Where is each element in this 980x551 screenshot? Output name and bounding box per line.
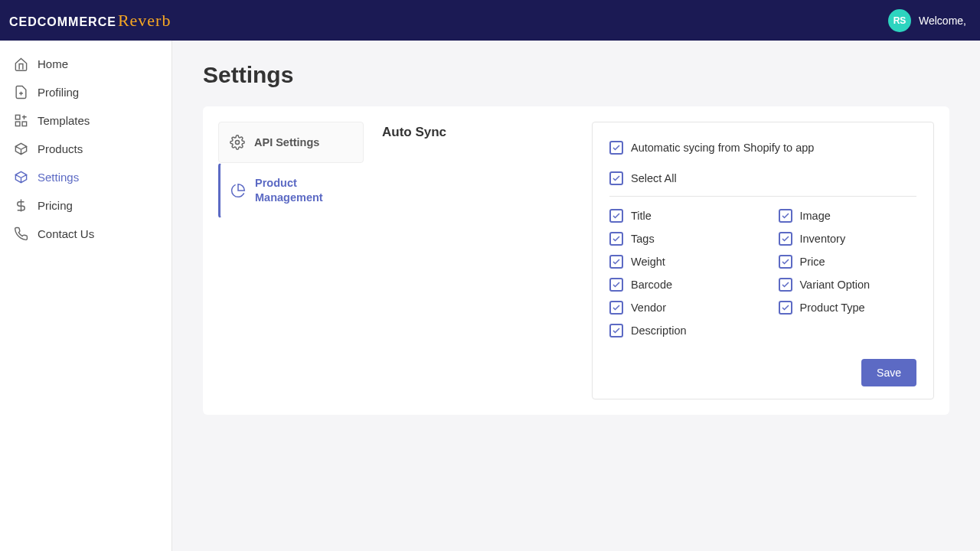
subtab-label: API Settings	[254, 135, 319, 150]
save-button[interactable]: Save	[861, 359, 916, 386]
box-settings-icon	[14, 170, 28, 184]
section-heading-wrap: Auto Sync	[382, 122, 573, 399]
auto-sync-checkbox-row: Automatic sycing from Shopify to app	[609, 136, 916, 159]
check-icon	[781, 257, 790, 266]
welcome-area[interactable]: RS Welcome,	[888, 9, 966, 32]
sidebar-item-label: Profiling	[38, 86, 79, 99]
check-icon	[612, 211, 621, 220]
sidebar-item-label: Home	[38, 57, 68, 70]
field-row-product-type: Product Type	[779, 296, 917, 319]
checkbox-tags[interactable]	[609, 232, 623, 246]
checkbox-variant-option[interactable]	[779, 278, 792, 292]
checkbox-barcode[interactable]	[609, 278, 623, 292]
check-icon	[612, 257, 621, 266]
auto-sync-checkbox[interactable]	[609, 141, 623, 155]
field-label: Image	[800, 210, 831, 222]
check-icon	[612, 143, 621, 152]
logo-text-right: Reverb	[118, 11, 172, 30]
grid-plus-icon	[14, 113, 28, 128]
subtab-product-management[interactable]: Product Management	[218, 163, 364, 218]
options-panel: Automatic sycing from Shopify to app Sel…	[592, 122, 934, 399]
field-label: Title	[631, 210, 652, 222]
avatar[interactable]: RS	[888, 9, 911, 32]
sidebar-item-label: Templates	[38, 114, 90, 127]
field-row-image: Image	[779, 204, 917, 227]
field-label: Variant Option	[800, 279, 871, 291]
subtab-list: API Settings Product Management	[218, 122, 364, 399]
checkbox-description[interactable]	[609, 324, 623, 337]
dollar-icon	[14, 198, 28, 213]
checkbox-inventory[interactable]	[779, 232, 792, 246]
sidebar: Home Profiling Templates Products Settin…	[0, 41, 172, 551]
field-row-variant-option: Variant Option	[779, 273, 917, 296]
main-content: Settings API Settings Product Management…	[172, 41, 980, 551]
field-label: Description	[631, 324, 687, 337]
field-label: Product Type	[800, 302, 865, 314]
check-icon	[612, 234, 621, 243]
svg-point-3	[236, 141, 240, 145]
pie-chart-icon	[230, 183, 246, 198]
field-row-vendor: Vendor	[609, 296, 748, 319]
logo: CEDCOMMERCEReverb	[9, 11, 171, 31]
check-icon	[612, 303, 621, 312]
checkbox-title[interactable]	[609, 209, 623, 223]
sidebar-item-products[interactable]: Products	[0, 135, 172, 163]
sidebar-item-home[interactable]: Home	[0, 50, 172, 78]
subtab-api-settings[interactable]: API Settings	[218, 122, 364, 163]
select-all-label: Select All	[631, 172, 677, 184]
box-icon	[14, 142, 28, 156]
select-all-row: Select All	[609, 167, 916, 190]
sidebar-item-pricing[interactable]: Pricing	[0, 191, 172, 220]
svg-rect-0	[15, 115, 20, 119]
check-icon	[612, 280, 621, 289]
phone-icon	[14, 227, 28, 241]
home-icon	[14, 57, 28, 71]
check-icon	[781, 303, 790, 312]
check-icon	[781, 234, 790, 243]
save-wrap: Save	[609, 359, 916, 386]
auto-sync-label: Automatic sycing from Shopify to app	[631, 142, 814, 154]
field-row-description: Description	[609, 319, 748, 342]
field-grid: Title Tags Weight Barcode Vendor Descrip…	[609, 204, 916, 342]
file-plus-icon	[14, 85, 28, 99]
sidebar-item-contact[interactable]: Contact Us	[0, 220, 172, 248]
field-label: Barcode	[631, 279, 672, 291]
welcome-label: Welcome,	[919, 15, 966, 27]
checkbox-weight[interactable]	[609, 255, 623, 269]
sidebar-item-label: Settings	[38, 171, 79, 184]
field-label: Vendor	[631, 302, 666, 314]
page-title: Settings	[203, 62, 949, 88]
checkbox-vendor[interactable]	[609, 301, 623, 315]
field-label: Inventory	[800, 233, 846, 245]
field-label: Weight	[631, 256, 665, 268]
field-label: Price	[800, 256, 825, 268]
checkbox-price[interactable]	[779, 255, 792, 269]
sidebar-item-profiling[interactable]: Profiling	[0, 78, 172, 106]
field-label: Tags	[631, 233, 655, 245]
sidebar-item-label: Pricing	[38, 199, 73, 212]
gear-icon	[230, 135, 245, 150]
section-heading: Auto Sync	[382, 125, 573, 140]
field-row-barcode: Barcode	[609, 273, 748, 296]
settings-card: API Settings Product Management Auto Syn…	[203, 106, 949, 415]
sidebar-item-settings[interactable]: Settings	[0, 163, 172, 191]
sidebar-item-label: Products	[38, 142, 83, 155]
checkbox-image[interactable]	[779, 209, 792, 223]
field-row-weight: Weight	[609, 250, 748, 273]
divider	[609, 196, 916, 197]
field-row-inventory: Inventory	[779, 227, 917, 250]
field-row-price: Price	[779, 250, 917, 273]
check-icon	[612, 174, 621, 183]
sidebar-item-label: Contact Us	[38, 227, 94, 240]
check-icon	[781, 280, 790, 289]
subtab-label: Product Management	[255, 176, 352, 205]
sidebar-item-templates[interactable]: Templates	[0, 106, 172, 135]
field-row-tags: Tags	[609, 227, 748, 250]
svg-rect-2	[22, 122, 27, 126]
logo-text-left: CEDCOMMERCE	[9, 15, 116, 28]
field-row-title: Title	[609, 204, 748, 227]
select-all-checkbox[interactable]	[609, 171, 623, 185]
topbar: CEDCOMMERCEReverb RS Welcome,	[0, 0, 980, 41]
checkbox-product-type[interactable]	[779, 301, 792, 315]
check-icon	[781, 211, 790, 220]
